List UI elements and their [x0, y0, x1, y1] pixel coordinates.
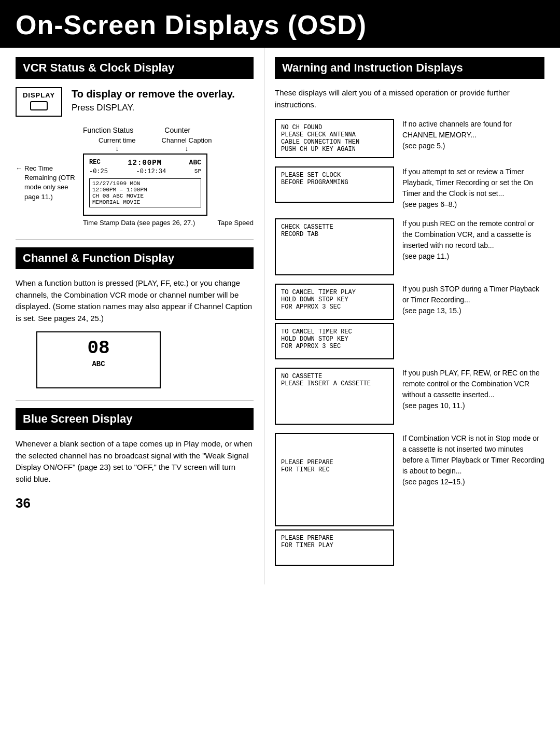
page-title: On-Screen Displays (OSD) — [0, 0, 560, 48]
warning-screen-1: NO CH FOUND PLEASE CHECK ANTENNA CABLE C… — [275, 119, 394, 158]
display-key-box: DISPLAY — [16, 87, 62, 117]
warning-screen-4b: TO CANCEL TIMER REC HOLD DOWN STOP KEY F… — [275, 323, 394, 359]
osd-rec-label: REC — [89, 159, 101, 166]
warning-text-6: If Combination VCR is not in Stop mode o… — [402, 433, 544, 487]
display-key-label: DISPLAY — [22, 91, 56, 99]
channel-caption-label: Channel Caption — [162, 136, 212, 144]
counter-label: Counter — [164, 126, 190, 134]
osd-ch-caption: ABC — [189, 159, 201, 166]
press-display-text: Press DISPLAY. — [72, 103, 235, 113]
warning-screen-4a: TO CANCEL TIMER PLAY HOLD DOWN STOP KEY … — [275, 284, 394, 320]
warning-text-4: If you push STOP during a Timer Playback… — [402, 284, 544, 316]
warning-text-1: If no active channels are found for CHAN… — [402, 119, 544, 151]
rec-time-remaining-label: Rec Time Remaining (OTR mode only see pa… — [24, 164, 83, 202]
channel-display-abc: ABC — [45, 360, 152, 368]
warning-item-3: CHECK CASSETTE RECORD TAB If you push RE… — [275, 218, 544, 275]
display-key-icon — [30, 101, 48, 110]
function-status-label: Function Status — [83, 126, 133, 134]
channel-display-box: 08 ABC — [36, 331, 161, 388]
channel-function-header: Channel & Function Display — [16, 247, 254, 269]
osd-sp: SP — [194, 168, 201, 175]
osd-counter: -0:12:34 — [136, 168, 166, 175]
warning-screen-6a: PLEASE PREPARE FOR TIMER REC — [275, 433, 394, 526]
warning-screen-2: PLEASE SET CLOCK BEFORE PROGRAMMING — [275, 166, 394, 203]
vcr-status-header: VCR Status & Clock Display — [16, 57, 254, 79]
warning-text-5: If you push PLAY, FF, REW, or REC on the… — [402, 368, 544, 411]
warning-item-1: NO CH FOUND PLEASE CHECK ANTENNA CABLE C… — [275, 119, 544, 158]
page-number: 36 — [16, 495, 254, 511]
warning-item-2: PLEASE SET CLOCK BEFORE PROGRAMMING If y… — [275, 166, 544, 210]
tape-speed-label: Tape Speed — [218, 219, 254, 227]
warning-header: Warning and Instruction Displays — [275, 57, 544, 79]
osd-time: 12:00PM — [128, 159, 162, 167]
warning-item-6: PLEASE PREPARE FOR TIMER REC PLEASE PREP… — [275, 433, 544, 566]
channel-display-ch: 08 — [45, 338, 152, 359]
channel-function-body: When a function button is pressed (PLAY,… — [16, 277, 254, 324]
blue-screen-header: Blue Screen Display — [16, 408, 254, 430]
warning-intro: These displays will alert you of a misse… — [275, 87, 544, 110]
time-stamp-label: Time Stamp Data (see pages 26, 27.) — [83, 219, 195, 227]
warning-text-2: If you attempt to set or review a Timer … — [402, 166, 544, 210]
display-instruction-bold: To display or remove the overlay. — [72, 87, 235, 101]
osd-bottom-box: 12/27/1999 MON 12:00PM – 1:00PM CH 08 AB… — [89, 178, 201, 207]
warning-item-5: NO CASSETTE PLEASE INSERT A CASSETTE If … — [275, 368, 544, 425]
current-time-label: Current time — [99, 136, 136, 144]
osd-rec-remaining: -0:25 — [89, 168, 108, 175]
blue-screen-body: Whenever a blank section of a tape comes… — [16, 438, 254, 485]
warning-screen-6b: PLEASE PREPARE FOR TIMER PLAY — [275, 529, 394, 566]
osd-screen-box: REC 12:00PM ABC -0:25 -0:12:34 SP 12/27/… — [83, 153, 207, 216]
warning-screen-5: NO CASSETTE PLEASE INSERT A CASSETTE — [275, 368, 394, 425]
warning-text-3: If you push REC on the remote control or… — [402, 218, 544, 262]
warning-screen-3: CHECK CASSETTE RECORD TAB — [275, 218, 394, 275]
warning-item-4: TO CANCEL TIMER PLAY HOLD DOWN STOP KEY … — [275, 284, 544, 359]
